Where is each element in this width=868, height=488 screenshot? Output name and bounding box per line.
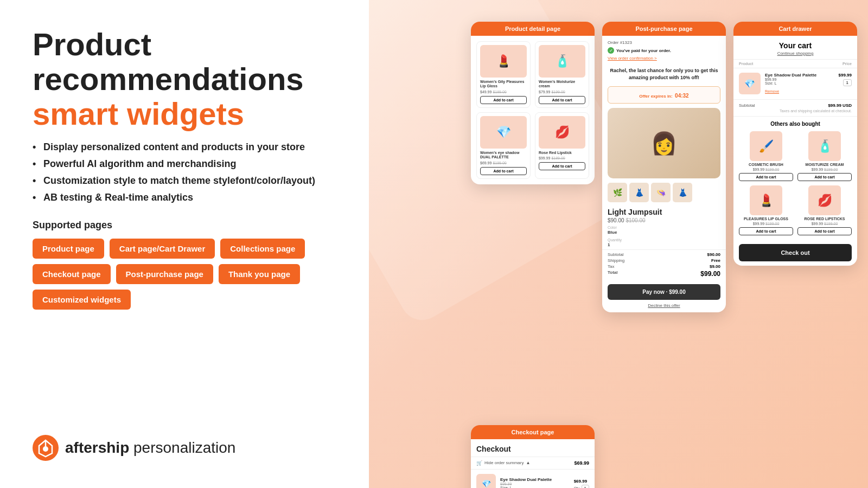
oab-item-1: 🧴 MOISTURIZE CREAM $99.99 $199.00 Add to… <box>797 131 852 181</box>
card-product-detail: Product detail page 💄 Women's Gity Pleas… <box>471 22 595 184</box>
col-far-right-cards: Cart drawer Your cart Continue shopping … <box>733 22 857 266</box>
cart-item-img: 💎 <box>739 73 761 94</box>
post-product-name: Light Jumpsuit <box>602 206 726 217</box>
order-summary-left: 🛒 Hide order summary ▲ <box>476 460 530 466</box>
bullet-list: Display personalized content and product… <box>33 142 336 203</box>
oab-add-btn-0[interactable]: Add to cart <box>739 173 793 181</box>
checkout-order-summary: 🛒 Hide order summary ▲ $69.99 <box>471 457 595 470</box>
add-to-cart-btn-1[interactable]: Add to cart <box>539 96 585 104</box>
checkout-button[interactable]: Check out <box>739 244 852 261</box>
cart-qty-box[interactable]: 1 <box>843 79 852 86</box>
order-total: $69.99 <box>574 460 589 466</box>
aftership-logo-icon <box>33 435 59 461</box>
bullet-item: Powerful AI algorithm and merchandising <box>33 158 336 170</box>
post-offer-text: Rachel, the last chance for only you to … <box>602 64 726 84</box>
oab-item-img-2: 💄 <box>750 185 782 215</box>
left-panel: Product recommendations smart widgets Di… <box>0 0 369 488</box>
product-name-3: Rose Red Lipstick <box>539 151 585 155</box>
product-item: 💎 Women's eye shadow DUAL PALETTE $69.99… <box>476 112 531 179</box>
bullet-item: Display personalized content and product… <box>33 142 336 153</box>
qty-box[interactable]: 1 <box>582 485 589 488</box>
view-order-link[interactable]: View order confirmation > <box>602 56 726 64</box>
checkout-item-img: 💎 <box>476 474 496 488</box>
product-price-0: $49.99 $189.00 <box>480 90 527 94</box>
post-product-img: 👩 <box>608 108 720 178</box>
oab-grid: 🖌️ COSMETIC BRUSH $99.99 $199.00 Add to … <box>739 131 852 235</box>
tags-container: Product page Cart page/Cart Drawer Colle… <box>33 239 336 310</box>
svg-point-2 <box>43 446 48 452</box>
tag-customized-widgets[interactable]: Customized widgets <box>33 290 131 310</box>
logo-text: aftership personalization <box>65 439 235 457</box>
card-cart-drawer: Cart drawer Your cart Continue shopping … <box>733 22 857 266</box>
tag-collections-page[interactable]: Collections page <box>220 239 305 259</box>
add-to-cart-btn-0[interactable]: Add to cart <box>480 96 527 104</box>
post-paid-msg: ✓ You've paid for your order. <box>602 46 726 56</box>
product-item: 🧴 Women's Moisturize cream $79.99 $199.0… <box>535 41 589 108</box>
cart-item-qty-section: $99.99 1 <box>839 73 852 86</box>
cart-tax-note: Taxes and shipping calculated at checkou… <box>733 109 857 116</box>
product-img-2: 💎 <box>480 116 527 149</box>
oab-title: Others also bought <box>739 121 852 127</box>
product-name-0: Women's Gity Pleasures Lip Gloss <box>480 80 527 89</box>
oab-item-2: 💄 PLEASURES LIP GLOSS $99.99 $199.00 Add… <box>739 185 793 235</box>
cart-your-cart: Your cart <box>733 36 857 51</box>
product-grid: 💄 Women's Gity Pleasures Lip Gloss $49.9… <box>476 41 589 179</box>
product-item: 💄 Women's Gity Pleasures Lip Gloss $49.9… <box>476 41 531 108</box>
checkout-item-qty-section: $69.99 Qty 1 <box>574 475 589 488</box>
product-img-1: 🧴 <box>539 45 585 78</box>
cart-drawer-header: Cart drawer <box>733 22 857 36</box>
oab-item-img-0: 🖌️ <box>750 131 782 161</box>
oab-add-btn-2[interactable]: Add to cart <box>739 227 793 235</box>
post-purchase-header: Post-purchase page <box>602 22 726 36</box>
product-detail-header: Product detail page <box>471 22 595 36</box>
product-price-3: $99.99 $189.00 <box>539 156 585 160</box>
product-price-1: $79.99 $199.00 <box>539 90 585 94</box>
tag-cart-page[interactable]: Cart page/Cart Drawer <box>110 239 215 259</box>
post-thumb-0: 🌿 <box>608 183 627 202</box>
card-checkout: Checkout page Checkout 🛒 Hide order summ… <box>471 425 595 488</box>
product-img-0: 💄 <box>480 45 527 78</box>
add-to-cart-btn-3[interactable]: Add to cart <box>539 162 585 170</box>
decline-link[interactable]: Decline this offer <box>602 302 726 312</box>
cart-item-row: 💎 Eye Shadow Dual Palette $99.99 Size: L… <box>733 68 857 100</box>
cart-subtotal-row: Subtotal $99.99 USD <box>733 100 857 109</box>
cart-item-remove[interactable]: Remove <box>765 89 779 93</box>
check-circle-icon: ✓ <box>608 47 614 54</box>
card-post-purchase: Post-purchase page Order #1323 ✓ You've … <box>602 22 726 312</box>
product-name-2: Women's eye shadow DUAL PALETTE <box>480 151 527 160</box>
tag-product-page[interactable]: Product page <box>33 239 104 259</box>
logo-area: aftership personalization <box>33 435 336 461</box>
others-also-bought: Others also bought 🖌️ COSMETIC BRUSH $99… <box>733 116 857 240</box>
col-left-cards: Product detail page 💄 Women's Gity Pleas… <box>471 22 595 488</box>
oab-item-3: 💋 ROSE RED LIPSTICKS $99.99 $199.00 Add … <box>797 185 852 235</box>
bullet-item: Customization style to match theme style… <box>33 175 336 187</box>
post-thumb-2: 👒 <box>651 183 671 202</box>
post-qty-section: Quantity 1 <box>602 237 726 249</box>
continue-shopping-link[interactable]: Continue shopping <box>733 51 857 59</box>
tag-post-purchase-page[interactable]: Post-purchase page <box>116 264 213 284</box>
tag-thank-you-page[interactable]: Thank you page <box>219 264 300 284</box>
product-detail-body: 💄 Women's Gity Pleasures Lip Gloss $49.9… <box>471 36 595 184</box>
post-color-section: Color Blue <box>602 223 726 237</box>
checkout-title: Checkout <box>471 439 595 457</box>
post-thumb-3: 👗 <box>673 183 692 202</box>
oab-add-btn-3[interactable]: Add to cart <box>797 227 852 235</box>
add-to-cart-btn-2[interactable]: Add to cart <box>480 167 527 175</box>
right-panel: Product detail page 💄 Women's Gity Pleas… <box>369 0 868 488</box>
pay-now-button[interactable]: Pay now · $99.00 <box>608 284 720 300</box>
supported-pages-label: Supported pages <box>33 220 336 231</box>
checkout-item-info: Eye Shadow Dual Palette $99.99 Size: L <box>500 477 570 488</box>
cart-col-headers: Product Price <box>733 59 857 68</box>
cart-item-details: Eye Shadow Dual Palette $99.99 Size: L R… <box>765 73 834 95</box>
post-product-thumbs: 🌿 👗 👒 👗 <box>602 183 726 206</box>
product-item: 💋 Rose Red Lipstick $99.99 $189.00 Add t… <box>535 112 589 179</box>
bullet-item: AB testing & Real-time analytics <box>33 192 336 203</box>
supported-pages-section: Supported pages Product page Cart page/C… <box>33 220 336 310</box>
post-thumb-1: 👗 <box>629 183 649 202</box>
screenshots-row: Product detail page 💄 Women's Gity Pleas… <box>460 22 868 488</box>
tag-checkout-page[interactable]: Checkout page <box>33 264 111 284</box>
oab-item-img-1: 🧴 <box>808 131 841 161</box>
oab-add-btn-1[interactable]: Add to cart <box>797 173 852 181</box>
product-price-2: $69.99 $199.00 <box>480 161 527 165</box>
cart-icon: 🛒 <box>476 460 482 466</box>
